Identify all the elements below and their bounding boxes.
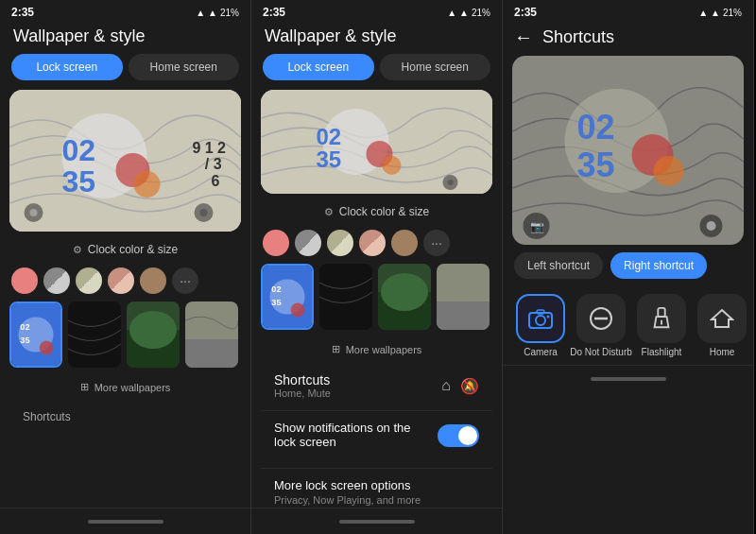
page-title-2: Wallpaper & style xyxy=(251,23,502,54)
more-wallpapers-label-2: More wallpapers xyxy=(346,344,422,355)
bottom-indicator-2 xyxy=(339,520,415,524)
wallpaper-thumb-p2-3[interactable] xyxy=(437,264,490,330)
wallpaper-thumb-p2-1[interactable] xyxy=(319,264,372,330)
svg-text:02: 02 xyxy=(317,124,342,149)
tab-lock-screen-1[interactable]: Lock screen xyxy=(11,54,123,80)
color-chip-p2-1[interactable] xyxy=(295,230,321,256)
wallpaper-thumb-0[interactable]: 02 35 xyxy=(9,301,62,368)
svg-text:35: 35 xyxy=(271,298,281,307)
wallpaper-thumb-1[interactable] xyxy=(68,301,121,368)
svg-rect-15 xyxy=(185,339,238,368)
wifi-icon-3: ▲ xyxy=(711,8,720,18)
more-wallpapers-btn-2[interactable]: ⊞ More wallpapers xyxy=(261,337,492,361)
tab-home-screen-2[interactable]: Home screen xyxy=(380,54,491,80)
mute-icon: 🔕 xyxy=(460,377,479,395)
shortcut-item-camera[interactable]: Camera xyxy=(514,294,567,357)
color-chip-3[interactable] xyxy=(108,267,134,294)
wallpaper-thumbs-1: 02 35 xyxy=(9,301,241,368)
svg-point-4 xyxy=(134,171,161,198)
more-colors-btn-1[interactable]: ··· xyxy=(172,267,198,294)
tab-lock-screen-2[interactable]: Lock screen xyxy=(263,54,374,80)
back-header: ← Shortcuts xyxy=(503,23,753,56)
grid-icon-1: ⊞ xyxy=(80,381,89,393)
svg-text:35: 35 xyxy=(20,336,29,345)
wallpaper-thumb-p2-0[interactable]: 02 35 xyxy=(261,264,314,330)
color-chip-p2-0[interactable] xyxy=(263,230,289,256)
wifi-icon-2: ▲ xyxy=(459,8,469,18)
bottom-bar-2 xyxy=(251,508,502,534)
tab-home-screen-1[interactable]: Home screen xyxy=(129,54,240,80)
svg-point-12 xyxy=(40,341,54,355)
panel-content-2: 02 35 ⚙ Clock color & size ··· xyxy=(251,90,502,508)
clock-color-size-row-1[interactable]: ⚙ Clock color & size xyxy=(9,239,241,260)
time-2: 2:35 xyxy=(263,6,285,19)
svg-text:02: 02 xyxy=(577,108,615,146)
clock-color-size-label-1: Clock color & size xyxy=(88,243,178,256)
svg-text:02: 02 xyxy=(62,133,96,167)
shortcut-item-dnd[interactable]: Do Not Disturb xyxy=(575,294,627,357)
status-bar-1: 2:35 ▲ ▲ 21% xyxy=(0,0,250,23)
wifi-icon-1: ▲ xyxy=(208,8,217,18)
svg-text:02: 02 xyxy=(271,284,281,294)
svg-point-14 xyxy=(129,311,177,349)
gear-icon-2: ⚙ xyxy=(324,206,334,218)
shortcut-item-home[interactable]: Home xyxy=(696,294,748,357)
notifications-toggle[interactable] xyxy=(438,424,479,447)
more-lock-options-row[interactable]: More lock screen options Privacy, Now Pl… xyxy=(261,468,492,508)
shortcuts-sub: Home, Mute xyxy=(274,388,331,399)
svg-rect-29 xyxy=(437,301,490,330)
svg-point-8 xyxy=(30,209,38,216)
svg-point-36 xyxy=(707,221,716,231)
topo-wallpaper-3: 02 35 📷 xyxy=(512,56,744,245)
color-chip-4[interactable] xyxy=(140,267,166,294)
clock-display-alt: 9 1 2 / 3 6 xyxy=(192,140,226,214)
svg-text:35: 35 xyxy=(62,164,96,198)
battery-2: 21% xyxy=(472,8,490,18)
status-icons-1: ▲ ▲ 21% xyxy=(196,8,239,18)
shortcuts-wallpaper-preview: 02 35 📷 xyxy=(512,56,744,245)
wallpaper-thumb-3[interactable] xyxy=(185,301,238,368)
panel-3: 2:35 ▲ ▲ 21% ← Shortcuts 02 35 📷 xyxy=(503,0,754,534)
tab-left-shortcut[interactable]: Left shortcut xyxy=(514,252,603,279)
more-lock-options-title: More lock screen options xyxy=(274,478,470,492)
signal-icon-2: ▲ xyxy=(447,8,456,18)
shortcuts-grid: Camera Do Not Disturb Flashlight xyxy=(503,286,753,365)
home-icon xyxy=(710,306,734,331)
more-colors-btn-2[interactable]: ··· xyxy=(423,230,450,256)
clock-color-size-label-2: Clock color & size xyxy=(339,205,429,218)
more-wallpapers-btn-1[interactable]: ⊞ More wallpapers xyxy=(9,375,241,399)
shortcuts-label: Shortcuts xyxy=(274,372,331,388)
page-title-1: Wallpaper & style xyxy=(0,23,250,54)
color-chip-2[interactable] xyxy=(76,267,102,294)
grid-icon-2: ⊞ xyxy=(332,343,340,355)
svg-point-26 xyxy=(291,303,305,318)
clock-color-size-row-2[interactable]: ⚙ Clock color & size xyxy=(261,201,492,222)
panel-2: 2:35 ▲ ▲ 21% Wallpaper & style Lock scre… xyxy=(251,0,503,534)
svg-point-42 xyxy=(547,316,550,319)
svg-rect-45 xyxy=(658,308,664,317)
color-chips-2: ··· xyxy=(261,230,492,256)
color-chip-p2-4[interactable] xyxy=(391,230,418,256)
color-chip-p2-3[interactable] xyxy=(359,230,386,256)
svg-text:02: 02 xyxy=(20,322,29,332)
wallpaper-thumb-2[interactable] xyxy=(127,301,180,368)
color-chip-p2-2[interactable] xyxy=(327,230,353,256)
shortcuts-row[interactable]: Shortcuts Home, Mute ⌂ 🔕 xyxy=(261,369,492,403)
flashlight-icon xyxy=(650,306,673,331)
svg-point-28 xyxy=(381,273,428,311)
bottom-bar-3 xyxy=(503,365,753,391)
color-chip-0[interactable] xyxy=(11,267,38,294)
bottom-bar-1 xyxy=(0,508,250,534)
more-wallpapers-label-1: More wallpapers xyxy=(94,382,171,393)
tab-right-shortcut[interactable]: Right shortcut xyxy=(610,252,707,279)
back-arrow-icon[interactable]: ← xyxy=(514,26,533,48)
status-bar-3: 2:35 ▲ ▲ 21% xyxy=(503,0,753,23)
gear-icon-1: ⚙ xyxy=(73,244,82,256)
shortcut-item-flashlight[interactable]: Flashlight xyxy=(635,294,688,357)
wallpaper-thumb-p2-2[interactable] xyxy=(378,264,431,330)
topo-wallpaper-2: 02 35 xyxy=(261,90,492,194)
svg-point-20 xyxy=(383,156,402,175)
color-chip-1[interactable] xyxy=(43,267,70,294)
shortcuts-hint-1: Shortcuts xyxy=(9,406,241,427)
bottom-indicator-1 xyxy=(88,520,163,524)
